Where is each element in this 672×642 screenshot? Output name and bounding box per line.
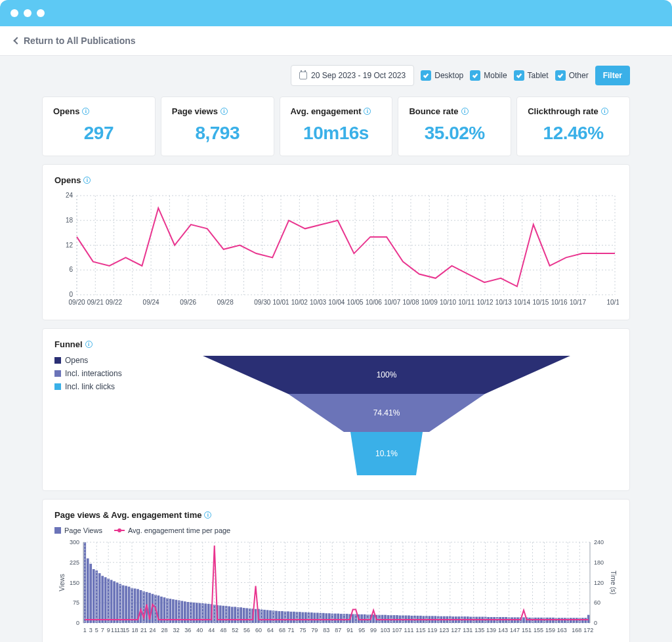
info-icon[interactable] [204, 511, 211, 519]
calendar-icon [299, 72, 307, 79]
panel-page-views-engagement: Page views & Avg. engagement time Page V… [42, 499, 630, 642]
svg-text:151: 151 [522, 627, 532, 633]
svg-text:10/19: 10/19 [606, 299, 619, 306]
svg-text:10/13: 10/13 [495, 299, 512, 306]
svg-text:10/15: 10/15 [532, 299, 549, 306]
svg-rect-217 [384, 615, 387, 623]
svg-text:10/01: 10/01 [273, 299, 289, 306]
svg-rect-196 [334, 614, 337, 623]
info-icon[interactable] [461, 108, 469, 115]
svg-rect-303 [587, 615, 590, 623]
svg-text:75: 75 [299, 627, 306, 633]
svg-text:131: 131 [463, 627, 472, 633]
info-icon[interactable] [364, 108, 371, 115]
svg-text:225: 225 [70, 559, 79, 566]
svg-rect-296 [570, 618, 572, 623]
info-icon[interactable] [601, 108, 608, 115]
svg-text:168: 168 [572, 627, 581, 633]
svg-text:09/24: 09/24 [143, 299, 159, 306]
svg-text:24: 24 [149, 627, 156, 633]
svg-rect-104 [119, 584, 121, 623]
svg-rect-167 [266, 610, 269, 623]
metrics-row: Opens 297 Page views 8,793 Avg. engageme… [42, 96, 630, 156]
date-range-picker[interactable]: 20 Sep 2023 - 19 Oct 2023 [291, 65, 414, 86]
svg-rect-103 [116, 583, 119, 624]
info-icon[interactable] [85, 341, 93, 348]
svg-rect-171 [275, 611, 278, 623]
svg-rect-292 [561, 618, 564, 623]
checkmark-icon [470, 70, 480, 81]
svg-text:10/12: 10/12 [477, 299, 494, 306]
topbar: Return to All Publications [0, 26, 672, 56]
svg-text:18: 18 [66, 217, 74, 224]
metric-opens: Opens 297 [42, 96, 156, 156]
svg-rect-297 [572, 618, 575, 623]
svg-text:12: 12 [66, 242, 74, 249]
svg-text:7: 7 [101, 627, 104, 633]
svg-text:60: 60 [594, 599, 600, 606]
info-icon[interactable] [82, 108, 89, 115]
svg-text:10/02: 10/02 [291, 299, 308, 306]
svg-rect-97 [101, 576, 104, 623]
svg-text:119: 119 [427, 627, 437, 633]
svg-text:36: 36 [184, 627, 191, 633]
legend-swatch [54, 370, 61, 377]
checkbox-desktop[interactable]: Desktop [421, 70, 463, 81]
svg-rect-107 [125, 586, 127, 623]
svg-text:10/08: 10/08 [402, 299, 419, 306]
svg-rect-293 [564, 618, 566, 623]
svg-text:09/21: 09/21 [87, 299, 104, 306]
svg-rect-286 [546, 618, 549, 623]
svg-text:64: 64 [267, 627, 274, 633]
svg-text:180: 180 [594, 559, 604, 566]
filter-button[interactable]: Filter [595, 66, 630, 85]
legend-swatch [54, 357, 61, 364]
svg-rect-101 [110, 580, 113, 623]
svg-rect-98 [104, 577, 107, 623]
svg-text:10/17: 10/17 [570, 299, 586, 306]
return-link[interactable]: Return to All Publications [14, 35, 136, 46]
checkbox-mobile[interactable]: Mobile [470, 70, 507, 81]
svg-text:115: 115 [415, 627, 425, 633]
svg-rect-151 [228, 607, 230, 623]
svg-rect-96 [98, 573, 101, 623]
svg-text:10/09: 10/09 [421, 299, 438, 306]
svg-text:32: 32 [173, 627, 179, 633]
svg-text:52: 52 [232, 627, 238, 633]
svg-rect-278 [528, 618, 531, 623]
metric-ctr: Clickthrough rate 12.46% [516, 96, 630, 156]
legend-row: Page Views Avg. engagement time per page [54, 526, 618, 534]
svg-rect-288 [552, 618, 555, 623]
svg-rect-188 [316, 612, 319, 623]
svg-text:09/20: 09/20 [68, 299, 85, 306]
svg-text:103: 103 [381, 627, 390, 633]
svg-text:09/28: 09/28 [217, 299, 234, 306]
svg-rect-173 [281, 611, 284, 623]
svg-rect-178 [293, 612, 295, 623]
svg-text:79: 79 [311, 627, 318, 633]
svg-text:83: 83 [323, 627, 329, 633]
svg-rect-283 [540, 618, 543, 623]
svg-rect-166 [263, 610, 266, 623]
svg-rect-191 [322, 613, 325, 623]
svg-rect-201 [346, 614, 348, 623]
svg-rect-158 [245, 608, 248, 623]
svg-rect-298 [576, 618, 578, 623]
svg-text:87: 87 [335, 627, 341, 633]
svg-text:10/07: 10/07 [384, 299, 400, 306]
content: Opens 297 Page views 8,793 Avg. engageme… [0, 90, 672, 642]
svg-text:0: 0 [69, 291, 73, 298]
svg-rect-153 [234, 607, 236, 623]
checkbox-tablet[interactable]: Tablet [514, 70, 549, 81]
svg-text:1: 1 [83, 627, 87, 633]
svg-text:163: 163 [557, 627, 567, 633]
svg-text:10/11: 10/11 [458, 299, 474, 306]
info-icon[interactable] [220, 108, 228, 115]
svg-rect-157 [243, 608, 245, 623]
info-icon[interactable] [83, 177, 91, 184]
checkbox-other[interactable]: Other [555, 70, 589, 81]
svg-rect-172 [278, 611, 281, 623]
svg-rect-147 [219, 605, 222, 623]
svg-rect-208 [364, 614, 366, 623]
svg-text:100%: 100% [377, 370, 397, 379]
